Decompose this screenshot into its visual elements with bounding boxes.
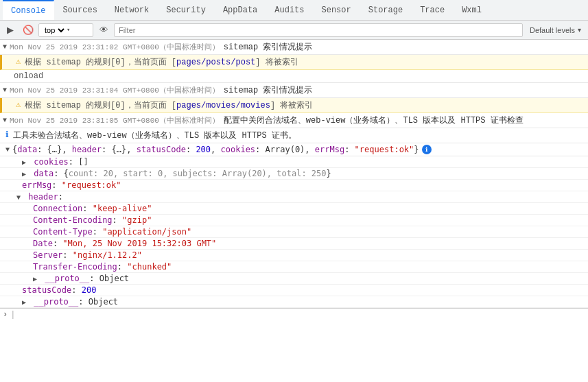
default-levels-button[interactable]: Default levels ▾ xyxy=(526,23,585,37)
bottom-prompt: › | xyxy=(0,308,588,321)
timestamp-3: Mon Nov 25 2019 23:31:05 GMT+0800（中国标准时间… xyxy=(10,115,220,126)
context-select-wrap[interactable]: top ▾ xyxy=(38,23,93,37)
triangle-icon-2: ▼ xyxy=(3,86,7,94)
eye-icon: 👁 xyxy=(99,25,108,35)
object-info-button[interactable]: ℹ xyxy=(422,145,432,154)
tab-network[interactable]: Network xyxy=(106,0,158,20)
warning-text-2: 根据 sitemap 的规则[0]，当前页面 [pages/movies/mov… xyxy=(25,99,313,111)
object-header[interactable]: ▼ {data: {…}, header: {…}, statusCode: 2… xyxy=(0,143,588,156)
warning-row-2: ⚠ 根据 sitemap 的规则[0]，当前页面 [pages/movies/m… xyxy=(0,98,588,113)
prompt-chevron-icon: › xyxy=(3,310,8,320)
tab-console[interactable]: Console xyxy=(3,0,54,20)
contenttype-val: "application/json" xyxy=(102,227,191,237)
warning-path-1: pages/posts/post xyxy=(176,58,255,67)
warning-row-1: ⚠ 根据 sitemap 的规则[0]，当前页面 [pages/posts/po… xyxy=(0,55,588,70)
transfer-val: "chunked" xyxy=(127,262,172,272)
log-group-1: ▼ Mon Nov 25 2019 23:31:02 GMT+0800（中国标准… xyxy=(0,40,588,55)
message-3: 配置中关闭合法域名、web-view（业务域名）、TLS 版本以及 HTTPS … xyxy=(224,115,524,126)
tab-trace[interactable]: Trace xyxy=(412,0,454,20)
tree-data[interactable]: ▶ data: {count: 20, start: 0, subjects: … xyxy=(0,168,588,180)
select-arrow-icon: ▾ xyxy=(67,26,70,34)
contenttype-key: Content-Type xyxy=(33,227,93,237)
encoding-key: Content-Encoding xyxy=(33,215,113,225)
tree-cookies[interactable]: ▶ cookies: [] xyxy=(0,156,588,168)
info-text-1: 工具未验合法域名、web-view（业务域名）、TLS 版本以及 HTTPS 证… xyxy=(13,130,296,141)
object-expand-icon: ▼ xyxy=(5,146,10,154)
tree-header-transfer: Transfer-Encoding: "chunked" xyxy=(0,261,588,273)
warning-path-2: pages/movies/movies xyxy=(176,101,270,110)
onload-text: onload xyxy=(14,71,43,81)
tab-security[interactable]: Security xyxy=(158,0,215,20)
console-area: ▼ Mon Nov 25 2019 23:31:02 GMT+0800（中国标准… xyxy=(0,40,588,382)
message-2: sitemap 索引情况提示 xyxy=(224,84,313,96)
prompt-cursor: | xyxy=(10,310,15,320)
timestamp-2: Mon Nov 25 2019 23:31:04 GMT+0800（中国标准时间… xyxy=(10,85,220,95)
root-proto-key: __proto__ xyxy=(34,297,78,307)
errmsg-val: "request:ok" xyxy=(62,180,121,190)
server-key: Server xyxy=(33,250,62,260)
object-inline: {data: {…}, header: {…}, statusCode: 200… xyxy=(12,145,419,154)
tree-statuscode: statusCode: 200 xyxy=(0,285,588,296)
data-key: data xyxy=(34,169,54,178)
tab-sensor[interactable]: Sensor xyxy=(314,0,360,20)
clear-button[interactable]: 🚫 xyxy=(21,23,36,38)
tree-root-proto[interactable]: ▶ __proto__: Object xyxy=(0,296,588,308)
connection-val: "keep-alive" xyxy=(93,204,152,213)
tree-header-connection: Connection: "keep-alive" xyxy=(0,203,588,215)
header-proto-key: __proto__ xyxy=(45,274,89,283)
execute-button[interactable]: ▶ xyxy=(3,23,18,38)
default-levels-label: Default levels xyxy=(530,26,575,34)
encoding-val: "gzip" xyxy=(122,215,152,225)
tab-appdata[interactable]: AppData xyxy=(215,0,266,20)
tree-header-date: Date: "Mon, 25 Nov 2019 15:32:03 GMT" xyxy=(0,238,588,250)
warning-text-1: 根据 sitemap 的规则[0]，当前页面 [pages/posts/post… xyxy=(25,56,298,68)
timestamp-1: Mon Nov 25 2019 23:31:02 GMT+0800（中国标准时间… xyxy=(10,42,220,52)
cookies-key: cookies xyxy=(34,157,69,167)
header-key: header xyxy=(28,192,58,202)
triangle-icon-1: ▼ xyxy=(3,43,7,51)
tab-audits[interactable]: Audits xyxy=(266,0,313,20)
info-row-1: ℹ 工具未验合法域名、web-view（业务域名）、TLS 版本以及 HTTPS… xyxy=(0,128,588,143)
transfer-key: Transfer-Encoding xyxy=(33,262,117,272)
log-group-3: ▼ Mon Nov 25 2019 23:31:05 GMT+0800（中国标准… xyxy=(0,113,588,128)
tree-header-contenttype: Content-Type: "application/json" xyxy=(0,226,588,238)
tab-sources[interactable]: Sources xyxy=(54,0,106,20)
info-icon: ℹ xyxy=(5,130,9,140)
tri-header-proto: ▶ xyxy=(33,275,37,283)
tree-header-server: Server: "nginx/1.12.2" xyxy=(0,250,588,261)
log-group-2: ▼ Mon Nov 25 2019 23:31:04 GMT+0800（中国标准… xyxy=(0,83,588,98)
tab-storage[interactable]: Storage xyxy=(360,0,412,20)
tree-header-proto[interactable]: ▶ __proto__: Object xyxy=(0,273,588,285)
tri-header: ▼ xyxy=(16,193,21,201)
message-1: sitemap 索引情况提示 xyxy=(224,41,313,53)
warning-icon-2: ⚠ xyxy=(16,99,21,110)
context-select[interactable]: top xyxy=(42,25,67,35)
tree-header-expanded[interactable]: ▼ header: xyxy=(0,191,588,203)
statuscode-key: statusCode xyxy=(22,285,71,295)
tree-header-encoding: Content-Encoding: "gzip" xyxy=(0,215,588,226)
chevron-down-icon: ▾ xyxy=(578,26,581,34)
tab-wxml[interactable]: Wxml xyxy=(454,0,491,20)
connection-key: Connection xyxy=(33,204,82,213)
errmsg-key: errMsg xyxy=(22,180,51,190)
warning-icon-1: ⚠ xyxy=(16,56,21,67)
tri-root-proto: ▶ xyxy=(22,298,26,306)
tab-bar: Console Sources Network Security AppData… xyxy=(0,0,588,21)
triangle-icon-3: ▼ xyxy=(3,117,7,124)
server-val: "nginx/1.12.2" xyxy=(73,250,142,260)
eye-button[interactable]: 👁 xyxy=(96,23,111,38)
date-val: "Mon, 25 Nov 2019 15:32:03 GMT" xyxy=(62,239,216,248)
toolbar: ▶ 🚫 top ▾ 👁 Default levels ▾ xyxy=(0,21,588,40)
tri-cookies: ▶ xyxy=(22,158,26,166)
onload-row: onload xyxy=(0,70,588,83)
tri-data: ▶ xyxy=(22,170,26,178)
filter-input[interactable] xyxy=(114,23,523,37)
statuscode-val: 200 xyxy=(82,285,97,295)
date-key: Date xyxy=(33,239,53,248)
tree-errmsg: errMsg: "request:ok" xyxy=(0,180,588,191)
